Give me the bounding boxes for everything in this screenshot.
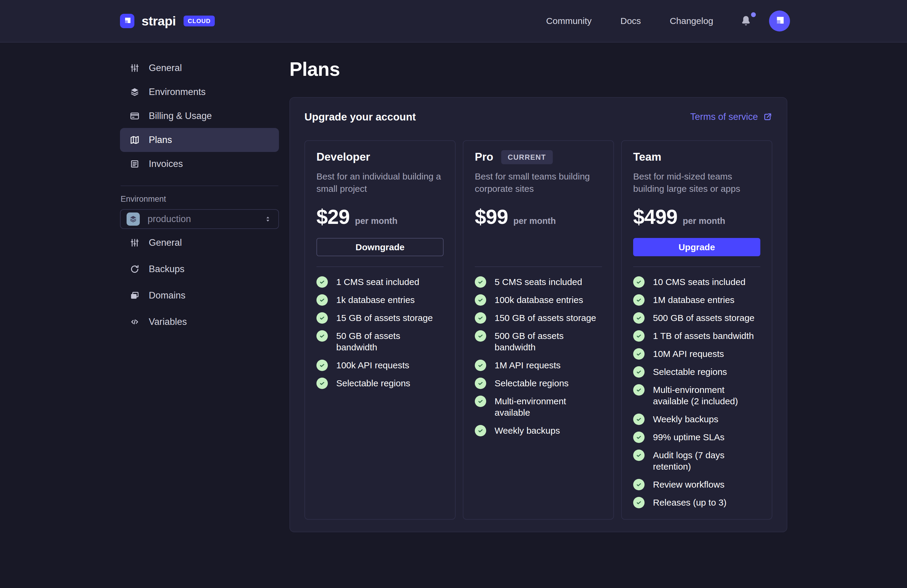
check-icon bbox=[633, 414, 644, 425]
plan-feature-list: 1 CMS seat included1k database entries15… bbox=[316, 276, 444, 389]
sidebar-item-invoices[interactable]: Invoices bbox=[120, 152, 279, 176]
environment-label: Environment bbox=[120, 195, 279, 204]
check-icon bbox=[633, 497, 644, 508]
upgrade-button[interactable]: Upgrade bbox=[633, 238, 760, 256]
plan-card-pro: ProCURRENTBest for small teams building … bbox=[463, 140, 614, 520]
sidebar-divider bbox=[120, 185, 278, 186]
plan-feature: 500 GB of assets bandwidth bbox=[475, 330, 602, 353]
plan-feature: 15 GB of assets storage bbox=[316, 312, 444, 324]
plan-feature: Selectable regions bbox=[633, 366, 760, 378]
plan-feature-label: 100k API requests bbox=[336, 360, 409, 371]
plan-feature-label: 15 GB of assets storage bbox=[336, 312, 433, 324]
plan-feature: 10 CMS seats included bbox=[633, 276, 760, 288]
check-icon bbox=[475, 425, 486, 436]
sliders-icon bbox=[130, 63, 140, 73]
check-icon bbox=[633, 449, 644, 461]
check-icon bbox=[316, 312, 328, 324]
sidebar-item-general[interactable]: General bbox=[120, 231, 279, 255]
check-icon bbox=[633, 348, 644, 360]
plan-feature-label: 1k database entries bbox=[336, 294, 415, 306]
plan-card-divider bbox=[316, 267, 444, 267]
sidebar-item-plans[interactable]: Plans bbox=[120, 128, 279, 152]
terms-of-service-label: Terms of service bbox=[690, 112, 758, 122]
plan-feature: Weekly backups bbox=[475, 425, 602, 436]
brand[interactable]: strapi CLOUD bbox=[120, 14, 215, 29]
plan-feature: Selectable regions bbox=[475, 378, 602, 389]
environment-select[interactable]: production bbox=[120, 209, 279, 229]
plan-card-divider bbox=[633, 267, 760, 267]
plan-feature-label: Weekly backups bbox=[653, 414, 718, 425]
plan-feature-label: Releases (up to 3) bbox=[653, 497, 726, 508]
plan-feature-label: 50 GB of assets bandwidth bbox=[336, 330, 444, 353]
plan-feature-label: Multi-environment available (2 included) bbox=[653, 384, 760, 407]
plan-feature: 1M API requests bbox=[475, 360, 602, 371]
credit-card-icon bbox=[130, 111, 140, 121]
sidebar-item-billing-and-usage[interactable]: Billing & Usage bbox=[120, 104, 279, 128]
plan-feature-list: 5 CMS seats included100k database entrie… bbox=[475, 276, 602, 436]
plan-feature: 1 TB of assets bandwidth bbox=[633, 330, 760, 342]
environment-select-value: production bbox=[147, 214, 256, 224]
plan-cta-area: Upgrade bbox=[633, 238, 760, 256]
plan-feature-label: 5 CMS seats included bbox=[495, 276, 582, 288]
plan-card-developer: DeveloperBest for an individual building… bbox=[304, 140, 456, 520]
sidebar-item-label: General bbox=[149, 62, 182, 74]
plan-price: $99 bbox=[475, 205, 508, 228]
check-icon bbox=[475, 276, 486, 288]
sidebar-item-label: Invoices bbox=[149, 158, 183, 169]
check-icon bbox=[316, 378, 328, 389]
plan-feature-label: 1M database entries bbox=[653, 294, 734, 306]
plan-feature-label: 1M API requests bbox=[495, 360, 561, 371]
layers-icon bbox=[127, 213, 140, 226]
check-icon bbox=[633, 330, 644, 342]
header-link-community[interactable]: Community bbox=[546, 16, 592, 26]
cloud-badge: CLOUD bbox=[184, 16, 215, 26]
check-icon bbox=[633, 479, 644, 490]
check-icon bbox=[475, 396, 486, 407]
plan-feature-label: Weekly backups bbox=[495, 425, 560, 436]
plan-feature-label: 100k database entries bbox=[495, 294, 583, 306]
sidebar-item-label: General bbox=[149, 237, 182, 248]
header-link-changelog[interactable]: Changelog bbox=[670, 16, 713, 26]
plan-feature: 1M database entries bbox=[633, 294, 760, 306]
environment-nav: GeneralBackupsDomainsVariables bbox=[120, 231, 279, 334]
plan-feature: Selectable regions bbox=[316, 378, 444, 389]
plan-card-header: ProCURRENT bbox=[475, 151, 602, 163]
plan-price: $29 bbox=[316, 205, 349, 228]
plan-feature: Weekly backups bbox=[633, 414, 760, 425]
plan-card-header: Team bbox=[633, 151, 760, 163]
bell-icon[interactable] bbox=[740, 14, 752, 28]
plan-name: Team bbox=[633, 151, 661, 163]
plan-feature-label: 10M API requests bbox=[653, 348, 724, 360]
sidebar-item-environments[interactable]: Environments bbox=[120, 80, 279, 104]
plan-feature-label: Selectable regions bbox=[336, 378, 410, 389]
check-icon bbox=[475, 330, 486, 342]
plan-feature: 100k API requests bbox=[316, 360, 444, 371]
check-icon bbox=[633, 276, 644, 288]
check-icon bbox=[633, 312, 644, 324]
plan-feature-label: 150 GB of assets storage bbox=[495, 312, 596, 324]
avatar[interactable] bbox=[769, 11, 790, 32]
external-link-icon bbox=[763, 112, 772, 122]
downgrade-button[interactable]: Downgrade bbox=[316, 238, 444, 256]
panel-title: Upgrade your account bbox=[304, 111, 416, 123]
check-icon bbox=[633, 366, 644, 378]
sidebar-item-general[interactable]: General bbox=[120, 56, 279, 80]
check-icon bbox=[633, 294, 644, 306]
plan-feature: 99% uptime SLAs bbox=[633, 431, 760, 443]
header-link-docs[interactable]: Docs bbox=[620, 16, 641, 26]
sidebar-item-backups[interactable]: Backups bbox=[120, 257, 279, 281]
plan-feature-label: 1 CMS seat included bbox=[336, 276, 419, 288]
plan-feature-list: 10 CMS seats included1M database entries… bbox=[633, 276, 760, 508]
terms-of-service-link[interactable]: Terms of service bbox=[690, 112, 772, 122]
plan-feature-label: 10 CMS seats included bbox=[653, 276, 746, 288]
plan-feature-label: Review workflows bbox=[653, 479, 724, 490]
plan-price-period: per month bbox=[513, 216, 556, 226]
plan-feature: Releases (up to 3) bbox=[633, 497, 760, 508]
plan-feature: 10M API requests bbox=[633, 348, 760, 360]
sidebar-item-variables[interactable]: Variables bbox=[120, 310, 279, 334]
plan-feature: 1k database entries bbox=[316, 294, 444, 306]
sidebar-item-domains[interactable]: Domains bbox=[120, 283, 279, 307]
refresh-icon bbox=[130, 264, 140, 274]
plan-feature: 500 GB of assets storage bbox=[633, 312, 760, 324]
plan-price-row: $499per month bbox=[633, 205, 760, 228]
